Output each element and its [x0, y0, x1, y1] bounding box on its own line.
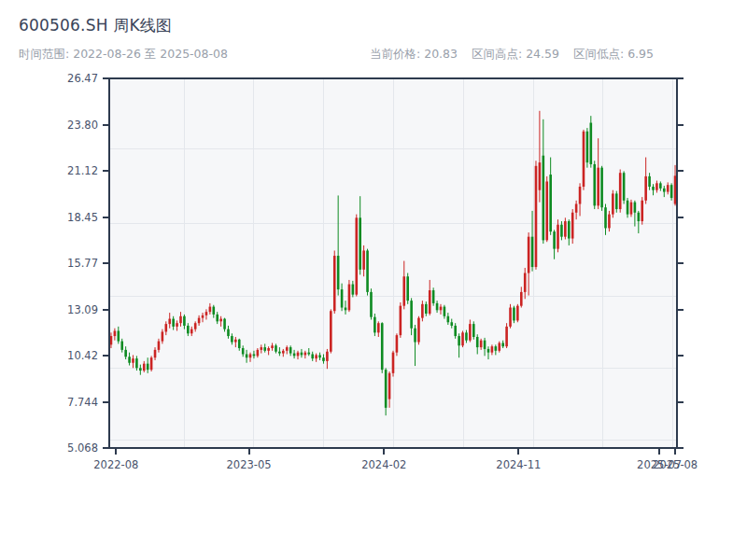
candle-body — [114, 331, 117, 337]
candle-body — [396, 335, 399, 353]
candle-body — [337, 256, 340, 289]
candle-body — [238, 340, 241, 348]
candle-body — [487, 349, 490, 353]
candle-body — [447, 316, 450, 322]
candle-body — [359, 217, 361, 270]
candle-body — [476, 337, 479, 347]
candle-body — [377, 323, 380, 332]
candle-body — [520, 292, 523, 306]
candle — [590, 116, 593, 168]
candle-body — [406, 276, 409, 301]
candle-body — [370, 292, 373, 317]
candle-body — [440, 307, 443, 311]
candle-body — [249, 354, 252, 357]
candle-body — [147, 364, 149, 370]
candle-body — [150, 357, 153, 370]
candle-body — [619, 173, 622, 209]
x-axis-tick-label: 2025-08 — [653, 458, 698, 471]
candle-body — [352, 285, 355, 295]
candle-body — [652, 187, 655, 190]
candle-body — [158, 342, 161, 350]
candle — [612, 190, 614, 218]
candle-body — [231, 336, 233, 342]
candle-body — [128, 357, 131, 362]
candle-body — [469, 324, 472, 341]
candle — [619, 170, 622, 213]
candle-body — [139, 368, 142, 371]
candle-body — [667, 185, 669, 191]
candle-body — [345, 308, 347, 311]
candle-body — [286, 347, 289, 351]
candle-body — [326, 352, 329, 361]
candle-body — [524, 273, 527, 292]
candle-body — [176, 323, 178, 327]
candle-body — [600, 168, 603, 208]
candle-body — [458, 336, 460, 345]
candle-body — [202, 315, 204, 318]
candle-body — [549, 175, 552, 231]
candle — [670, 183, 673, 201]
candle-body — [501, 343, 504, 346]
candle-body — [655, 183, 658, 189]
y-axis-tick-label: 21.12 — [67, 164, 98, 177]
candle-body — [472, 324, 475, 337]
candle-body — [205, 312, 208, 315]
candle-body — [172, 319, 175, 327]
candle-body — [374, 317, 376, 333]
candle — [392, 351, 395, 377]
candle — [583, 130, 585, 190]
candle-body — [579, 187, 582, 204]
candle-body — [246, 354, 248, 357]
candle — [330, 309, 332, 353]
candle-body — [410, 301, 413, 329]
candle — [586, 128, 589, 168]
candle — [355, 215, 358, 297]
y-axis-tick-label: 10.42 — [67, 349, 98, 362]
y-axis-labels: 26.4723.8021.1218.4515.7713.0910.427.744… — [67, 72, 98, 455]
candle-body — [132, 358, 134, 363]
candle-body — [516, 306, 519, 321]
y-axis-tick-label: 18.45 — [67, 211, 98, 224]
candle — [623, 171, 626, 203]
candle-body — [597, 168, 599, 206]
candle-body — [543, 156, 545, 241]
candle — [535, 161, 538, 270]
candle-body — [505, 327, 508, 346]
candle-body — [491, 346, 494, 352]
y-axis-tick-label: 15.77 — [67, 257, 98, 270]
candle-body — [198, 318, 201, 324]
candle-body — [187, 326, 190, 333]
candle-body — [421, 304, 424, 318]
candle — [505, 323, 508, 348]
candle — [150, 356, 153, 371]
candle-body — [348, 285, 351, 311]
candle-body — [623, 173, 626, 201]
candlestick-chart: 26.4723.8021.1218.4515.7713.0910.427.744… — [0, 0, 747, 560]
candle-body — [143, 364, 146, 371]
candle-body — [615, 193, 618, 209]
y-axis-tick-label: 13.09 — [67, 303, 98, 316]
candle-body — [212, 307, 215, 315]
candle-body — [162, 331, 164, 341]
y-axis-tick-label: 5.068 — [67, 441, 98, 455]
candle-body — [670, 185, 673, 198]
candle-body — [568, 221, 571, 239]
candle-body — [307, 353, 310, 355]
x-axis-tick-label: 2024-11 — [496, 458, 541, 471]
candle-body — [674, 175, 677, 203]
candle-body — [495, 346, 498, 351]
candle-body — [260, 347, 262, 350]
candle-body — [289, 347, 292, 353]
candle-body — [168, 319, 171, 325]
candle-body — [333, 256, 336, 311]
candle — [381, 322, 384, 373]
x-axis-labels: 2022-082023-052024-022024-112025-072025-… — [93, 458, 698, 471]
candle-body — [586, 132, 589, 162]
candle-body — [436, 303, 439, 310]
candle-body — [223, 319, 226, 329]
candle-body — [513, 308, 515, 321]
candle-body — [575, 204, 578, 213]
candle-body — [219, 319, 222, 322]
candle-body — [414, 329, 416, 343]
candle-body — [209, 307, 212, 313]
